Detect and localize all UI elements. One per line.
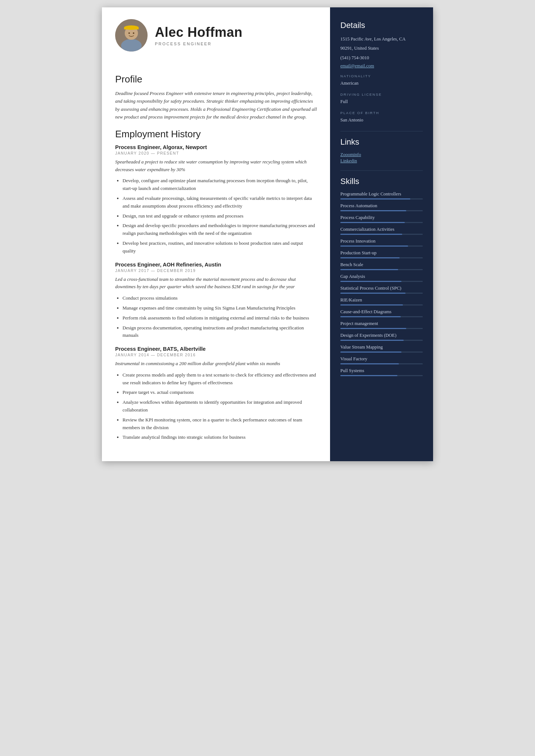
skill-item: Cause-and-Effect Diagrams xyxy=(340,309,423,317)
link-zooominfo[interactable]: Zooominfo xyxy=(340,152,423,158)
job-summary-1: Spearheaded a project to reduce site wat… xyxy=(115,158,317,174)
skill-bar-fill xyxy=(340,340,404,341)
list-item: Analyze workflows within departments to … xyxy=(123,399,317,414)
phone: (541) 754-3010 xyxy=(340,54,423,62)
list-item: Prepare target vs. actual comparisons xyxy=(123,389,317,396)
skill-bar-bg xyxy=(340,245,423,247)
list-item: Review the KPI monitoring system, once i… xyxy=(123,416,317,432)
skill-bar-bg xyxy=(340,234,423,235)
skill-item: Process Capability xyxy=(340,215,423,223)
list-item: Develop best practices, routines, and in… xyxy=(123,240,317,255)
skill-bar-bg xyxy=(340,363,423,364)
skill-name: Commercialization Activities xyxy=(340,227,423,232)
skill-bar-bg xyxy=(340,293,423,294)
skill-item: Pull Systems xyxy=(340,368,423,376)
job-title-1: Process Engineer, Algorax, Newport xyxy=(115,144,317,150)
skill-name: Gap Analysis xyxy=(340,274,423,279)
candidate-name: Alec Hoffman xyxy=(155,25,317,40)
skill-bar-fill xyxy=(340,210,406,211)
skill-name: Pull Systems xyxy=(340,368,423,374)
nationality-value: American xyxy=(340,80,423,87)
job-block-2: Process Engineer, AOH Refineries, Austin… xyxy=(115,262,317,340)
job-block-3: Process Engineer, BATS, Albertville JANU… xyxy=(115,346,317,441)
skill-name: Process Automation xyxy=(340,203,423,209)
skill-bar-fill xyxy=(340,234,402,235)
skill-bar-bg xyxy=(340,269,423,270)
avatar xyxy=(115,19,148,52)
skill-item: Visual Factory xyxy=(340,356,423,364)
skill-bar-bg xyxy=(340,198,423,199)
skill-bar-bg xyxy=(340,340,423,341)
skill-bar-fill xyxy=(340,222,405,223)
skill-name: RIE/Kaizen xyxy=(340,297,423,303)
skill-item: RIE/Kaizen xyxy=(340,297,423,305)
skill-item: Programmable Logic Controllers xyxy=(340,191,423,199)
skill-bar-fill xyxy=(340,316,401,317)
skill-bar-bg xyxy=(340,222,423,223)
birth-value: San Antonio xyxy=(340,116,423,124)
skill-item: Value Stream Mapping xyxy=(340,345,423,353)
skill-bar-fill xyxy=(340,198,410,199)
skill-bar-fill xyxy=(340,281,401,282)
divider-2 xyxy=(340,170,423,171)
skill-item: Design of Experiments (DOE) xyxy=(340,333,423,341)
left-panel: Alec Hoffman PROCESS ENGINEER Profile De… xyxy=(102,7,330,461)
skill-bar-bg xyxy=(340,316,423,317)
job-bullets-1: Develop, configure and optimize plant ma… xyxy=(115,177,317,255)
job-dates-3: JANUARY 2014 — DECEMBER 2016 xyxy=(115,353,317,357)
skill-name: Programmable Logic Controllers xyxy=(340,191,423,197)
skill-name: Process Innovation xyxy=(340,239,423,244)
list-item: Design and develop specific procedures a… xyxy=(123,222,317,237)
link-linkedin[interactable]: Linkedin xyxy=(340,158,423,164)
email-link[interactable]: email@email.com xyxy=(340,63,423,69)
list-item: Create process models and apply them to … xyxy=(123,371,317,387)
skill-name: Production Start-up xyxy=(340,250,423,256)
skill-bar-fill xyxy=(340,351,401,353)
skill-item: Gap Analysis xyxy=(340,274,423,282)
details-section-title: Details xyxy=(340,21,423,30)
links-section-title: Links xyxy=(340,137,423,147)
right-panel: Details 1515 Pacific Ave, Los Angeles, C… xyxy=(330,7,433,461)
employment-section-title: Employment History xyxy=(115,128,317,140)
skill-bar-bg xyxy=(340,257,423,258)
skill-bar-bg xyxy=(340,281,423,282)
skill-name: Cause-and-Effect Diagrams xyxy=(340,309,423,315)
job-block-1: Process Engineer, Algorax, Newport JANUA… xyxy=(115,144,317,255)
driving-label: DRIVING LICENSE xyxy=(340,92,423,96)
job-dates-2: JANUARY 2017 — DECEMBER 2019 xyxy=(115,268,317,273)
nationality-label: NATIONALITY xyxy=(340,74,423,78)
list-item: Conduct process simulations xyxy=(123,294,317,302)
skills-container: Programmable Logic Controllers Process A… xyxy=(340,191,423,376)
skill-bar-fill xyxy=(340,363,399,364)
skill-item: Process Innovation xyxy=(340,239,423,247)
skill-bar-fill xyxy=(340,245,408,247)
skill-item: Production Start-up xyxy=(340,250,423,258)
skills-section-title: Skills xyxy=(340,177,423,186)
skill-bar-fill xyxy=(340,293,405,294)
skill-bar-fill xyxy=(340,375,397,376)
svg-point-5 xyxy=(128,32,130,34)
skill-bar-fill xyxy=(340,328,406,329)
skill-bar-bg xyxy=(340,351,423,353)
list-item: Assess and evaluate processings, taking … xyxy=(123,195,317,210)
list-item: Translate analytical findings into strat… xyxy=(123,434,317,441)
skill-item: Commercialization Activities xyxy=(340,227,423,235)
skill-bar-bg xyxy=(340,304,423,305)
skill-name: Design of Experiments (DOE) xyxy=(340,333,423,338)
job-summary-3: Instrumental in commissioning a 200 mill… xyxy=(115,360,317,368)
list-item: Manage expenses and time constraints by … xyxy=(123,304,317,312)
list-item: Design, run test and upgrade or enhance … xyxy=(123,212,317,220)
driving-value: Full xyxy=(340,98,423,106)
skill-name: Statistical Process Control (SPC) xyxy=(340,286,423,291)
skill-bar-bg xyxy=(340,210,423,211)
skill-name: Process Capability xyxy=(340,215,423,220)
skill-bar-fill xyxy=(340,269,398,270)
svg-point-6 xyxy=(133,32,134,34)
svg-rect-4 xyxy=(124,28,139,29)
skill-name: Project management xyxy=(340,321,423,326)
candidate-title: PROCESS ENGINEER xyxy=(155,42,317,46)
list-item: Perform risk assessments to find solutio… xyxy=(123,314,317,322)
skill-bar-fill xyxy=(340,257,400,258)
skill-bar-bg xyxy=(340,328,423,329)
job-dates-1: JANUARY 2020 — PRESENT xyxy=(115,151,317,155)
